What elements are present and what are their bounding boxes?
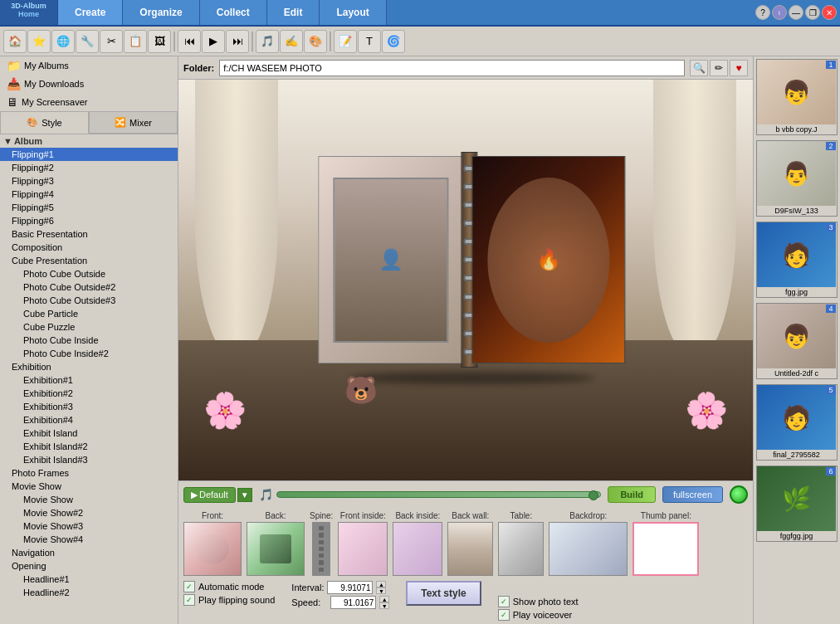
- tree-item-exhibit-island2[interactable]: Exhibit Island#2: [0, 440, 178, 453]
- text-style-button[interactable]: Text style: [406, 581, 481, 606]
- tree-item-exhibit-island[interactable]: Exhibit Island: [0, 427, 178, 440]
- tree-item-flipping1[interactable]: Flipping#1: [0, 148, 178, 161]
- tree-item-flipping2[interactable]: Flipping#2: [0, 161, 178, 174]
- tree-item-movie-show3[interactable]: Movie Show#3: [0, 519, 178, 533]
- tree-item-opening[interactable]: Opening: [0, 559, 178, 573]
- toolbar-btn-11[interactable]: 🎵: [256, 30, 279, 53]
- tree-item-composition[interactable]: Composition: [0, 241, 178, 254]
- tree-item-photo-cube-outside3[interactable]: Photo Cube Outside#3: [0, 294, 178, 307]
- tree-item-exhibition3[interactable]: Exhibition#3: [0, 400, 178, 413]
- toolbar-btn-2[interactable]: ⭐: [27, 30, 51, 53]
- back-thumb[interactable]: [247, 522, 305, 576]
- minimize-button[interactable]: —: [789, 5, 803, 20]
- menu-tab-layout[interactable]: Layout: [320, 0, 386, 25]
- front-thumb[interactable]: [183, 522, 242, 576]
- thumb-panel-thumb[interactable]: [632, 522, 699, 576]
- toolbar-btn-7[interactable]: 🖼: [148, 30, 171, 53]
- interval-input[interactable]: [327, 581, 373, 594]
- album-category[interactable]: ▼ Album: [0, 134, 178, 148]
- toolbar-btn-14[interactable]: 📝: [334, 30, 357, 53]
- tree-item-movie-show-cat[interactable]: Movie Show: [0, 480, 178, 493]
- tree-item-cube-puzzle[interactable]: Cube Puzzle: [0, 320, 178, 334]
- tree-item-exhibition1[interactable]: Exhibition#1: [0, 373, 178, 387]
- interval-up[interactable]: ▲: [376, 581, 386, 587]
- backdrop-thumb[interactable]: [549, 522, 628, 576]
- spine-thumb[interactable]: [312, 522, 330, 576]
- photo-thumb-5[interactable]: 🧑 5 final_2795582: [756, 384, 838, 461]
- play-voice-checkbox[interactable]: ✓: [498, 609, 510, 621]
- browse-button[interactable]: 🔍: [690, 60, 708, 76]
- tree-item-photo-cube-inside[interactable]: Photo Cube Inside: [0, 334, 178, 347]
- tree-item-exhibition4[interactable]: Exhibition#4: [0, 413, 178, 427]
- tree-item-cube-presentation[interactable]: Cube Presentation: [0, 254, 178, 267]
- help-button[interactable]: ?: [755, 5, 770, 20]
- speed-down[interactable]: ▼: [379, 602, 389, 609]
- toolbar-btn-13[interactable]: 🎨: [304, 30, 327, 53]
- toolbar-btn-15[interactable]: T: [358, 30, 381, 53]
- tree-item-headline2[interactable]: Headline#2: [0, 586, 178, 599]
- info-button[interactable]: i: [772, 5, 787, 20]
- maximize-button[interactable]: ❐: [805, 5, 820, 20]
- build-button[interactable]: Build: [608, 486, 656, 503]
- menu-tab-organize[interactable]: Organize: [123, 0, 199, 25]
- toolbar-btn-6[interactable]: 📋: [124, 30, 147, 53]
- default-button[interactable]: ▶ Default: [183, 487, 236, 503]
- play-flip-checkbox[interactable]: ✓: [183, 594, 195, 606]
- back-inside-thumb[interactable]: [393, 522, 442, 576]
- tree-item-photo-cube-inside2[interactable]: Photo Cube Inside#2: [0, 347, 178, 360]
- toolbar-btn-9[interactable]: ▶: [202, 30, 225, 53]
- tree-item-movie-show4[interactable]: Movie Show#4: [0, 533, 178, 546]
- fullscreen-button[interactable]: fullscreen: [662, 486, 723, 503]
- menu-tab-edit[interactable]: Edit: [267, 0, 320, 25]
- tree-item-flipping6[interactable]: Flipping#6: [0, 214, 178, 227]
- show-photo-checkbox[interactable]: ✓: [498, 596, 510, 607]
- toolbar-btn-16[interactable]: 🌀: [382, 30, 405, 53]
- photo-thumb-3[interactable]: 🧑 3 fgg.jpg: [756, 222, 838, 298]
- table-thumb[interactable]: [498, 522, 544, 576]
- edit-folder-button[interactable]: ✏: [710, 60, 728, 76]
- toolbar-btn-12[interactable]: ✍: [280, 30, 303, 53]
- my-downloads-item[interactable]: 📥 My Downloads: [0, 75, 178, 93]
- auto-mode-checkbox[interactable]: ✓: [183, 581, 195, 592]
- tree-item-movie-show2[interactable]: Movie Show#2: [0, 506, 178, 519]
- speed-input[interactable]: [330, 596, 376, 609]
- toolbar-btn-3[interactable]: 🌐: [51, 30, 75, 53]
- photo-thumb-1[interactable]: 👦 1 b vbb copy.J: [756, 59, 838, 135]
- tree-item-movie-show1[interactable]: Movie Show: [0, 493, 178, 506]
- tree-item-navigation[interactable]: Navigation: [0, 546, 178, 559]
- favorite-button[interactable]: ♥: [730, 60, 748, 76]
- tree-item-exhibition2[interactable]: Exhibition#2: [0, 387, 178, 400]
- tab-style[interactable]: 🎨 Style: [0, 111, 89, 134]
- tree-item-cube-particle[interactable]: Cube Particle: [0, 307, 178, 320]
- toolbar-btn-4[interactable]: 🔧: [76, 30, 99, 53]
- tree-item-photo-cube-outside[interactable]: Photo Cube Outside: [0, 267, 178, 280]
- toolbar-btn-8[interactable]: ⏮: [178, 30, 201, 53]
- tree-item-photo-frames[interactable]: Photo Frames: [0, 466, 178, 480]
- toolbar-btn-10[interactable]: ⏭: [226, 30, 249, 53]
- tab-mixer[interactable]: 🔀 Mixer: [89, 111, 178, 134]
- tree-item-photo-cube-outside2[interactable]: Photo Cube Outside#2: [0, 280, 178, 294]
- tree-item-exhibition[interactable]: Exhibition: [0, 360, 178, 373]
- photo-thumb-4[interactable]: 👦 4 Untitled-2df c: [756, 303, 838, 379]
- tree-item-flipping4[interactable]: Flipping#4: [0, 188, 178, 201]
- menu-tab-create[interactable]: Create: [58, 0, 123, 25]
- photo-thumb-2[interactable]: 👨 2 D9FsIW_133: [756, 140, 838, 217]
- folder-input[interactable]: [219, 60, 685, 76]
- my-albums-item[interactable]: 📁 My Albums: [0, 56, 178, 75]
- volume-slider[interactable]: [276, 491, 602, 498]
- toolbar-btn-1[interactable]: 🏠: [3, 30, 27, 53]
- photo-thumb-6[interactable]: 🌿 6 fggfgg.jpg: [756, 466, 838, 542]
- speed-up[interactable]: ▲: [379, 596, 389, 602]
- tree-item-headline1[interactable]: Headline#1: [0, 573, 178, 586]
- close-button[interactable]: ✕: [822, 5, 837, 20]
- tree-item-flipping3[interactable]: Flipping#3: [0, 174, 178, 188]
- tree-item-exhibit-island3[interactable]: Exhibit Island#3: [0, 453, 178, 466]
- tree-item-basic-presentation[interactable]: Basic Presentation: [0, 227, 178, 241]
- default-dropdown[interactable]: ▼: [237, 488, 252, 502]
- menu-tab-collect[interactable]: Collect: [200, 0, 267, 25]
- toolbar-btn-5[interactable]: ✂: [100, 30, 123, 53]
- my-screensaver-item[interactable]: 🖥 My Screensaver: [0, 93, 178, 111]
- front-inside-thumb[interactable]: [338, 522, 388, 576]
- back-wall-thumb[interactable]: [447, 522, 493, 576]
- tree-item-flipping5[interactable]: Flipping#5: [0, 201, 178, 214]
